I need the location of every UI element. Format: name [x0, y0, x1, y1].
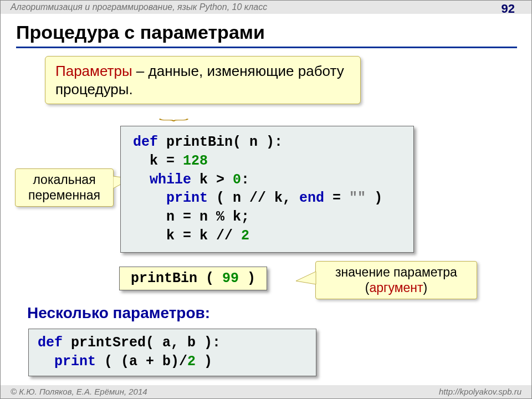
arg-label-line2: (аргумент) [324, 280, 469, 296]
local-var-text: локальная переменная [28, 172, 100, 202]
term-parameters: Параметры [55, 63, 132, 79]
footer-link[interactable]: http://kpolyakov.spb.ru [439, 386, 521, 397]
footer-copyright: © К.Ю. Поляков, Е.А. Ерёмин, 2014 [11, 387, 147, 396]
code-main: def printBin( n ): k = 128 while k > 0: … [120, 126, 414, 253]
slide-footer: © К.Ю. Поляков, Е.А. Ерёмин, 2014 http:/… [1, 385, 531, 398]
callout-parameters-definition: Параметры – данные, изменяющие работу пр… [45, 56, 361, 104]
code-call-line: printBin ( 99 ) [119, 267, 267, 290]
arg-label-line1: значение параметра [324, 265, 469, 280]
slide: Алгоритмизация и программирование, язык … [0, 0, 532, 399]
callout-argument: значение параметра (аргумент) [315, 261, 477, 299]
callout-arg-tail-icon [295, 270, 317, 288]
callout-local-variable: локальная переменная [15, 168, 114, 207]
slide-header: Алгоритмизация и программирование, язык … [1, 1, 531, 14]
callout-brace-icon: ⏟ [159, 106, 188, 121]
subheading: Несколько параметров: [27, 304, 210, 322]
slide-title: Процедура с параметрами [16, 22, 517, 48]
page-number: 92 [502, 2, 515, 16]
svg-marker-1 [296, 272, 316, 284]
code-print-sred: def printSred( a, b ): print ( (a + b)/2… [28, 329, 316, 376]
